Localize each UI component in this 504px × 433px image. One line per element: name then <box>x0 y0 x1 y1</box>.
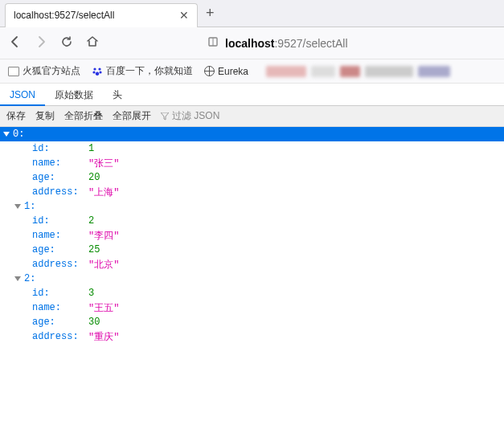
json-key: address <box>32 186 88 198</box>
triangle-down-icon[interactable] <box>14 204 21 209</box>
svg-point-3 <box>98 67 100 70</box>
view-tabs: JSON 原始数据 头 <box>0 84 504 106</box>
forward-icon <box>34 35 48 52</box>
json-property[interactable]: age30 <box>0 315 504 329</box>
json-value: 20 <box>88 172 100 183</box>
json-value: "王五" <box>88 301 119 315</box>
baidu-icon <box>92 66 103 77</box>
json-property[interactable]: name"王五" <box>0 300 504 315</box>
json-array-item[interactable]: 0: <box>0 127 504 141</box>
json-key: age <box>32 244 88 255</box>
json-key: name <box>32 157 88 169</box>
tab-headers[interactable]: 头 <box>103 84 132 106</box>
json-array-item[interactable]: 1: <box>0 199 504 214</box>
svg-point-5 <box>99 71 101 73</box>
bookmark-baidu[interactable]: 百度一下，你就知道 <box>92 64 193 78</box>
triangle-down-icon[interactable] <box>14 276 21 281</box>
json-array-item[interactable]: 2: <box>0 272 504 286</box>
reload-icon[interactable] <box>59 35 74 51</box>
json-value: 25 <box>88 244 100 255</box>
json-value: "重庆" <box>88 330 119 344</box>
tab-json[interactable]: JSON <box>0 84 45 106</box>
bookmark-firefox[interactable]: 火狐官方站点 <box>8 64 80 78</box>
json-index: 1: <box>24 201 35 212</box>
json-value: 30 <box>88 317 100 328</box>
filter-input[interactable]: 过滤 JSON <box>161 109 219 123</box>
json-key: age <box>32 172 88 183</box>
json-key: id <box>32 143 88 154</box>
json-property[interactable]: address"重庆" <box>0 329 504 344</box>
triangle-down-icon[interactable] <box>3 132 10 137</box>
json-key: name <box>32 302 88 313</box>
copy-button[interactable]: 复制 <box>35 109 55 123</box>
folder-icon <box>8 67 19 76</box>
funnel-icon <box>161 112 169 121</box>
lock-icon <box>207 36 219 50</box>
json-value: "李四" <box>88 229 119 243</box>
json-key: age <box>32 317 88 328</box>
address-bar[interactable]: localhost:9527/selectAll <box>207 36 348 50</box>
bookmark-label: 火狐官方站点 <box>23 64 80 78</box>
tab-title: localhost:9527/selectAll <box>14 10 114 21</box>
json-index: 0: <box>13 129 24 140</box>
json-property[interactable]: address"上海" <box>0 185 504 199</box>
json-property[interactable]: id1 <box>0 141 504 156</box>
json-property[interactable]: name"李四" <box>0 228 504 243</box>
json-viewer: 0: id1 name"张三" age20 address"上海" 1: id2… <box>0 127 504 344</box>
json-value: "张三" <box>88 157 119 170</box>
json-property[interactable]: age25 <box>0 243 504 257</box>
browser-tab-active[interactable]: localhost:9527/selectAll ✕ <box>5 3 198 27</box>
home-icon[interactable] <box>85 35 100 52</box>
json-toolbar: 保存 复制 全部折叠 全部展开 过滤 JSON <box>0 106 504 127</box>
url-text: localhost:9527/selectAll <box>225 37 348 50</box>
json-property[interactable]: age20 <box>0 170 504 185</box>
collapse-all-button[interactable]: 全部折叠 <box>64 109 103 123</box>
bookmark-eureka[interactable]: Eureka <box>204 66 248 77</box>
json-key: address <box>32 331 88 342</box>
back-icon[interactable] <box>8 35 23 52</box>
filter-placeholder: 过滤 JSON <box>172 109 219 123</box>
save-button[interactable]: 保存 <box>6 109 26 123</box>
json-index: 2: <box>24 273 35 284</box>
bookmark-label: Eureka <box>218 66 248 77</box>
json-key: id <box>32 288 88 299</box>
svg-point-4 <box>92 71 95 73</box>
json-value: 1 <box>88 143 94 154</box>
json-key: id <box>32 215 88 227</box>
json-key: address <box>32 259 88 270</box>
json-key: name <box>32 230 88 241</box>
svg-point-2 <box>93 67 96 70</box>
bookmarks-bar: 火狐官方站点 百度一下，你就知道 Eureka <box>0 59 504 84</box>
json-property[interactable]: name"张三" <box>0 156 504 170</box>
tab-raw[interactable]: 原始数据 <box>45 84 103 106</box>
nav-bar: localhost:9527/selectAll <box>0 27 504 59</box>
json-property[interactable]: id3 <box>0 286 504 300</box>
bookmark-label: 百度一下，你就知道 <box>106 64 193 78</box>
blurred-bookmarks <box>266 66 450 77</box>
json-property[interactable]: address"北京" <box>0 257 504 272</box>
expand-all-button[interactable]: 全部展开 <box>113 109 151 123</box>
new-tab-button[interactable]: + <box>198 5 223 22</box>
globe-icon <box>204 66 215 76</box>
browser-tab-strip: localhost:9527/selectAll ✕ + <box>0 0 504 27</box>
json-value: 2 <box>88 215 94 227</box>
close-icon[interactable]: ✕ <box>179 9 189 22</box>
json-value: "北京" <box>88 258 119 272</box>
json-value: 3 <box>88 288 94 299</box>
json-value: "上海" <box>88 186 119 199</box>
json-property[interactable]: id2 <box>0 214 504 228</box>
